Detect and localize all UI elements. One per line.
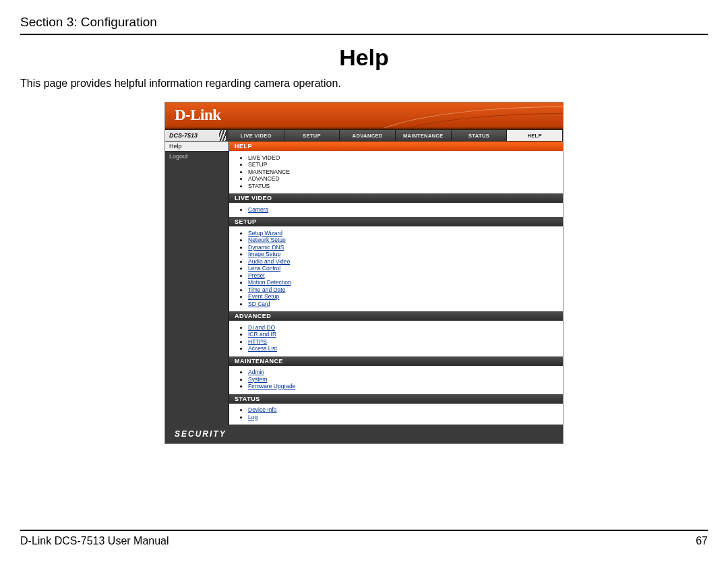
tab-maintenance[interactable]: MAINTENANCE xyxy=(396,130,452,141)
link-preset[interactable]: Preset xyxy=(248,272,265,279)
maintenance-list: Admin System Firmware Upgrade xyxy=(229,366,563,394)
footer-manual-title: D-Link DCS-7513 User Manual xyxy=(20,535,169,547)
tab-live-video[interactable]: LIVE VIDEO xyxy=(229,130,284,141)
link-di-do[interactable]: DI and DO xyxy=(248,324,275,331)
link-icr-ir[interactable]: ICR and IR xyxy=(248,331,276,338)
link-time-date[interactable]: Time and Date xyxy=(248,286,285,293)
link-log[interactable]: Log xyxy=(248,414,257,420)
link-setup-wizard[interactable]: Setup Wizard xyxy=(248,230,282,237)
link-event-setup[interactable]: Event Setup xyxy=(248,293,279,300)
embedded-screenshot: D-Link DCS-7513 LIVE VIDEO SETUP ADVANCE… xyxy=(164,102,564,444)
tab-help[interactable]: HELP xyxy=(507,130,563,141)
page-title: Help xyxy=(20,44,708,71)
link-admin[interactable]: Admin xyxy=(248,369,264,375)
help-link-maintenance: MAINTENANCE xyxy=(248,168,290,175)
bar-status: STATUS xyxy=(229,394,563,404)
content-panel: HELP LIVE VIDEO SETUP MAINTENANCE ADVANC… xyxy=(229,142,563,425)
bar-advanced: ADVANCED xyxy=(229,311,563,321)
tab-advanced[interactable]: ADVANCED xyxy=(340,130,396,141)
bar-setup: SETUP xyxy=(229,217,563,226)
brand-logo: D-Link xyxy=(175,106,221,124)
status-list: Device Info Log xyxy=(229,404,563,425)
link-sd-card[interactable]: SD Card xyxy=(248,301,270,307)
link-network-setup[interactable]: Network Setup xyxy=(248,237,286,243)
model-badge: DCS-7513 xyxy=(165,130,229,141)
bar-maintenance: MAINTENANCE xyxy=(229,356,563,366)
link-audio-video[interactable]: Audio and Video xyxy=(248,258,290,265)
page-footer: D-Link DCS-7513 User Manual 67 xyxy=(20,530,708,547)
bar-help: HELP xyxy=(229,142,563,151)
help-link-advanced: ADVANCED xyxy=(248,175,280,182)
link-image-setup[interactable]: Image Setup xyxy=(248,251,280,257)
sidebar: Help Logout xyxy=(165,142,229,161)
link-camera[interactable]: Camera xyxy=(248,206,268,213)
link-lens-control[interactable]: Lens Control xyxy=(248,265,280,272)
footer-page-number: 67 xyxy=(696,535,708,547)
live-list: Camera xyxy=(229,203,563,217)
tab-status[interactable]: STATUS xyxy=(452,130,508,141)
help-link-status: STATUS xyxy=(248,183,270,189)
link-system[interactable]: System xyxy=(248,376,267,383)
help-list: LIVE VIDEO SETUP MAINTENANCE ADVANCED ST… xyxy=(229,151,563,193)
brand-banner: D-Link xyxy=(165,102,563,129)
link-motion-detection[interactable]: Motion Detection xyxy=(248,279,291,286)
tab-setup[interactable]: SETUP xyxy=(284,130,340,141)
section-header: Section 3: Configuration xyxy=(20,15,708,35)
link-access-list[interactable]: Access List xyxy=(248,345,277,352)
bar-live-video: LIVE VIDEO xyxy=(229,193,563,203)
top-nav: DCS-7513 LIVE VIDEO SETUP ADVANCED MAINT… xyxy=(165,129,563,142)
sidebar-item-logout[interactable]: Logout xyxy=(165,152,229,161)
help-link-setup: SETUP xyxy=(248,161,267,168)
page-intro: This page provides helpful information r… xyxy=(20,77,708,90)
brand-arcs xyxy=(340,104,563,128)
setup-list: Setup Wizard Network Setup Dynamic DNS I… xyxy=(229,226,563,311)
sidebar-item-help[interactable]: Help xyxy=(165,142,229,152)
link-firmware-upgrade[interactable]: Firmware Upgrade xyxy=(248,383,295,389)
link-device-info[interactable]: Device Info xyxy=(248,406,277,413)
advanced-list: DI and DO ICR and IR HTTPS Access List xyxy=(229,321,563,356)
bottom-brand: SECURITY xyxy=(165,425,563,443)
link-https[interactable]: HTTPS xyxy=(248,338,267,345)
link-dynamic-dns[interactable]: Dynamic DNS xyxy=(248,244,284,251)
help-link-live: LIVE VIDEO xyxy=(248,154,280,161)
